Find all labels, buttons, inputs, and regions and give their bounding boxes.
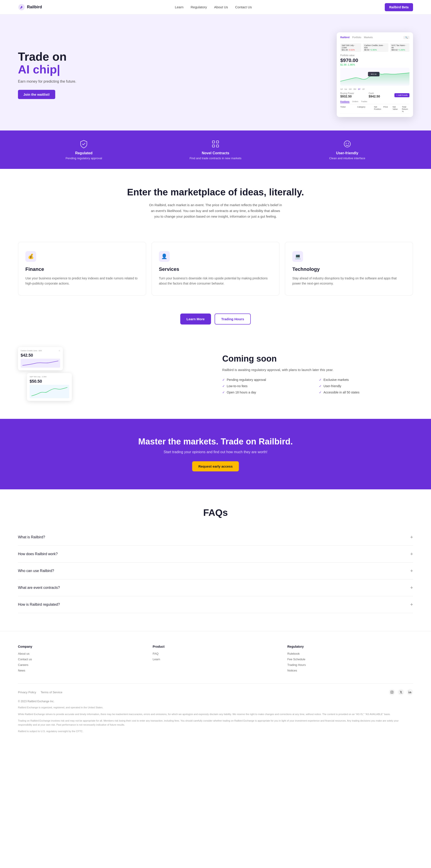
mockup-stats: Buying Power $932.50 Cash $942.50 + Add … [340, 92, 409, 98]
add-funds-btn[interactable]: + Add Funds [394, 93, 409, 97]
mockup-positions-header: Positions Orders Trades [340, 100, 409, 104]
footer-terms-of-service[interactable]: Terms of Service [41, 690, 62, 694]
footer-disclaimer-1: Railbird Exchange is organized, register… [18, 706, 413, 710]
svg-point-12 [393, 691, 393, 691]
marketplace-title: Enter the marketplace of ideas, literall… [18, 187, 413, 198]
footer-link-learn[interactable]: Learn [153, 657, 278, 661]
faq-item-3[interactable]: What are event contracts? + [18, 580, 413, 596]
cta-buttons: Learn More Trading Hours [0, 309, 431, 338]
feature-user-friendly-desc: Clean and intuitive interface [281, 157, 413, 160]
footer-link-news[interactable]: News [18, 669, 144, 672]
nav-links: Learn Regulatory About Us Contact Us [175, 5, 252, 9]
feat-item-2: ✓ Low-to-no fees [222, 384, 316, 388]
features-banner: Regulated Pending regulatory approval No… [0, 130, 431, 169]
footer-product-heading: Product [153, 645, 278, 648]
card-finance-desc: Use your business experience to predict … [25, 276, 139, 286]
footer-grid: Company About us Contact us Careers News… [18, 645, 413, 674]
footer-disclaimer-2: While Railbird Exchange strives to provi… [18, 712, 413, 716]
mockup-tab-markets[interactable]: Markets [364, 36, 373, 39]
check-icon-5: ✓ [319, 391, 322, 394]
footer-link-careers[interactable]: Careers [18, 663, 144, 666]
trading-hours-button[interactable]: Trading Hours [214, 313, 251, 324]
nav-link-about[interactable]: About Us [214, 5, 228, 9]
linkedin-icon[interactable] [407, 689, 413, 695]
screen2: S&P 500 July - 2,500 $50.50 [27, 373, 72, 401]
nav-cta-button[interactable]: Railbird Beta [385, 3, 413, 11]
feat-label-1: Exclusive markets [324, 378, 349, 381]
feature-regulated-desc: Pending regulatory approval [18, 157, 150, 160]
faq-plus-icon-4: + [410, 602, 413, 608]
footer-link-rulebook[interactable]: Rulebook [287, 652, 413, 655]
mockup-screens: Carbon Credits June - 825☆ $42.50 S&P 50… [18, 347, 209, 401]
svg-rect-4 [217, 141, 219, 143]
svg-point-8 [346, 143, 346, 144]
novel-icon [211, 140, 220, 149]
feature-novel: Novel Contracts Find and trade contracts… [150, 140, 281, 160]
faq-item-0[interactable]: What is Railbird? + [18, 529, 413, 546]
navbar: Railbird Learn Regulatory About Us Conta… [0, 0, 431, 14]
instagram-icon[interactable] [389, 689, 395, 695]
faq-item-1[interactable]: How does Railbird work? + [18, 546, 413, 563]
learn-more-button[interactable]: Learn More [180, 313, 211, 324]
mockup-ticker-1: Carbon Credits June - 825 $8.50 +2.80% [363, 43, 388, 52]
faq-question-3: What are event contracts? [18, 586, 60, 590]
feat-item-4: ✓ Open 18 hours a day [222, 391, 316, 394]
faq-plus-icon-3: + [410, 585, 413, 591]
logo-text: Railbird [27, 5, 42, 9]
mockup-tab-railbird[interactable]: Railbird [340, 36, 350, 39]
footer-link-contact-us[interactable]: Contact us [18, 657, 144, 661]
footer-link-notices[interactable]: Notices [287, 669, 413, 672]
footer-link-trading-hours[interactable]: Trading Hours [287, 663, 413, 666]
feat-item-1: ✓ Exclusive markets [319, 378, 413, 381]
logo[interactable]: Railbird [18, 4, 42, 11]
coming-soon-body: Railbird is awaiting regulatory approval… [222, 367, 413, 373]
nav-link-learn[interactable]: Learn [175, 5, 184, 9]
faq-plus-icon-0: + [410, 534, 413, 540]
card-technology-title: Technology [292, 266, 406, 272]
nav-link-contact[interactable]: Contact Us [235, 5, 252, 9]
footer-privacy-policy[interactable]: Privacy Policy [18, 690, 36, 694]
feat-item-5: ✓ Accessible in all 50 states [319, 391, 413, 394]
footer-link-faq[interactable]: FAQ [153, 652, 278, 655]
footer-copyright: © 2023 Railbird Exchange Inc. [18, 700, 413, 703]
mockup-tab-portfolio[interactable]: Portfolio [352, 36, 361, 39]
user-friendly-icon [343, 140, 352, 149]
check-icon-3: ✓ [319, 384, 322, 388]
hero-cta-button[interactable]: Join the waitlist! [18, 90, 55, 99]
mockup-ticker-2: NYC Tax Nano - 80 $60.62 +1.80% [390, 43, 409, 52]
hero-mockup-container: Railbird Portfolio Markets 🔍 S&P 500 Jul… [76, 32, 413, 117]
mockup-ticker-0: S&P 500 July - 2,500 $41.00 -0.52% [340, 43, 361, 52]
svg-rect-3 [212, 141, 214, 143]
request-early-access-button[interactable]: Request early access [192, 461, 239, 471]
dashboard-mockup: Railbird Portfolio Markets 🔍 S&P 500 Jul… [337, 32, 413, 117]
faqs-section: FAQs What is Railbird? + How does Railbi… [0, 489, 431, 631]
footer-social [389, 689, 413, 695]
card-services: 👤 Services Turn your business's downside… [152, 242, 280, 296]
footer-disclaimer-4: Railbird is subject to U.S. regulatory o… [18, 730, 413, 734]
footer-link-fee-schedule[interactable]: Fee Schedule [287, 657, 413, 661]
faq-item-2[interactable]: Who can use Railbird? + [18, 563, 413, 580]
feat-label-4: Open 18 hours a day [227, 391, 256, 394]
feature-regulated-title: Regulated [18, 151, 150, 155]
svg-rect-10 [391, 691, 393, 693]
master-banner-subtitle: Start trading your opinions and find out… [18, 450, 413, 454]
feature-novel-desc: Find and trade contracts in new markets [150, 157, 281, 160]
feature-regulated: Regulated Pending regulatory approval [18, 140, 150, 160]
twitter-x-icon[interactable] [398, 689, 404, 695]
faq-plus-icon-2: + [410, 568, 413, 574]
feature-user-friendly: User-friendly Clean and intuitive interf… [281, 140, 413, 160]
svg-point-13 [408, 691, 409, 691]
feat-label-0: Pending regulatory approval [227, 378, 266, 381]
faq-question-2: Who can use Railbird? [18, 569, 54, 573]
footer-legal-links: Privacy Policy Terms of Service [18, 690, 62, 694]
faq-item-4[interactable]: How is Railbird regulated? + [18, 596, 413, 613]
faqs-title: FAQs [18, 507, 413, 518]
svg-text:$42.50: $42.50 [371, 73, 377, 75]
portfolio-value: $970.00 [340, 58, 409, 63]
mockup-search[interactable]: 🔍 [403, 36, 409, 39]
footer-link-about-us[interactable]: About us [18, 652, 144, 655]
card-technology: 💻 Technology Stay ahead of industry disr… [285, 242, 413, 296]
feat-label-5: Accessible in all 50 states [324, 391, 359, 394]
master-banner-title: Master the markets. Trade on Railbird. [18, 437, 413, 446]
nav-link-regulatory[interactable]: Regulatory [191, 5, 207, 9]
